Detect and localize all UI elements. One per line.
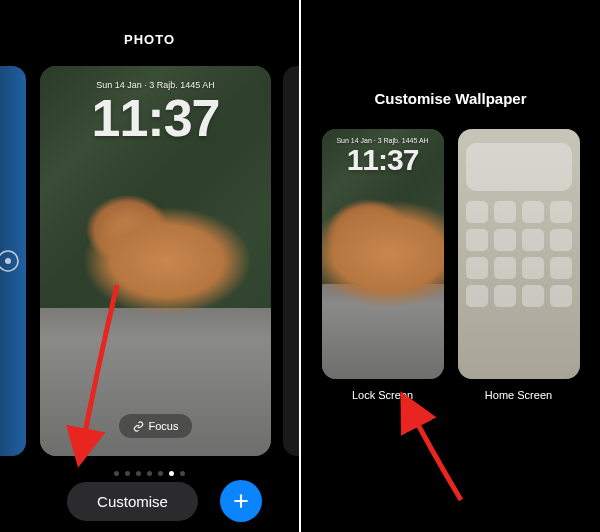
home-screen-label: Home Screen bbox=[458, 389, 580, 401]
plus-icon bbox=[231, 491, 251, 511]
lock-clock-overlay: Sun 14 Jan · 3 Rajb. 1445 AH 11:37 bbox=[322, 137, 444, 175]
wallpaper-category-title: PHOTO bbox=[0, 0, 299, 59]
customise-button[interactable]: Customise bbox=[67, 482, 198, 521]
next-wallpaper-sliver[interactable] bbox=[283, 66, 299, 456]
lock-clock-overlay: Sun 14 Jan · 3 Rajb. 1445 AH 11:37 bbox=[40, 80, 271, 144]
preview-row: Sun 14 Jan · 3 Rajb. 1445 AH 11:37 Lock … bbox=[319, 129, 582, 401]
home-screen-preview[interactable] bbox=[458, 129, 580, 379]
astronomy-icon bbox=[0, 247, 22, 275]
lock-screen-label: Lock Screen bbox=[322, 389, 444, 401]
previous-wallpaper-sliver[interactable] bbox=[0, 66, 26, 456]
home-icons-grid bbox=[466, 201, 572, 307]
wallpaper-preview-card[interactable]: Sun 14 Jan · 3 Rajb. 1445 AH 11:37 Focus bbox=[40, 66, 271, 456]
annotation-arrow bbox=[391, 390, 481, 510]
customise-wallpaper-panel: Customise Wallpaper Sun 14 Jan · 3 Rajb.… bbox=[301, 0, 600, 532]
focus-label: Focus bbox=[149, 420, 179, 432]
add-wallpaper-button[interactable] bbox=[220, 480, 262, 522]
focus-button[interactable]: Focus bbox=[119, 414, 193, 438]
svg-point-1 bbox=[5, 258, 11, 264]
page-indicator bbox=[0, 471, 299, 476]
customise-title: Customise Wallpaper bbox=[319, 90, 582, 107]
lock-screen-preview[interactable]: Sun 14 Jan · 3 Rajb. 1445 AH 11:37 bbox=[322, 129, 444, 379]
lock-time: 11:37 bbox=[40, 92, 271, 144]
link-icon bbox=[133, 421, 144, 432]
home-widget-placeholder bbox=[466, 143, 572, 191]
lock-time: 11:37 bbox=[322, 145, 444, 175]
wallpaper-gallery-panel: PHOTO Sun 14 Jan · 3 Rajb. 1445 AH 11:37… bbox=[0, 0, 299, 532]
